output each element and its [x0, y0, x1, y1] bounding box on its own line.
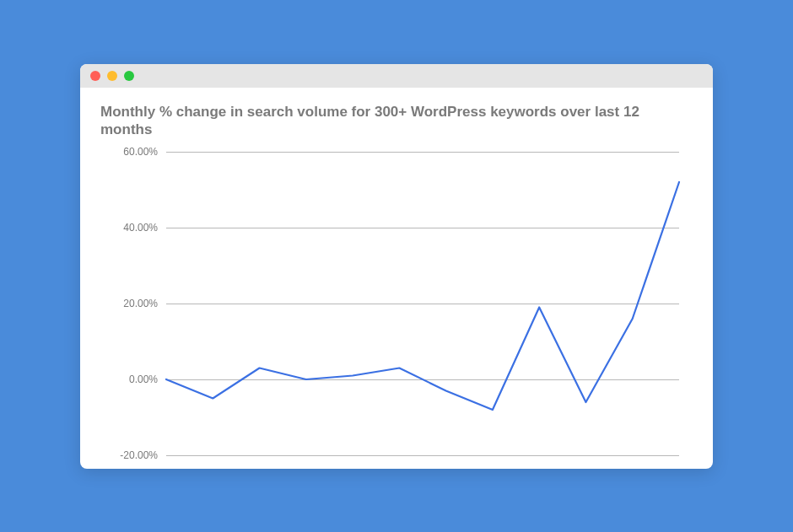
close-icon[interactable]: [90, 71, 100, 81]
chart-series-line: [166, 182, 679, 410]
window-content: Monthly % change in search volume for 30…: [80, 88, 713, 469]
window-titlebar: [80, 64, 713, 88]
y-tick-label: 60.00%: [123, 147, 158, 158]
y-tick-label: 20.00%: [123, 298, 158, 309]
app-window: Monthly % change in search volume for 30…: [80, 64, 713, 469]
y-tick-label: 40.00%: [123, 222, 158, 234]
zoom-icon[interactable]: [124, 71, 134, 81]
chart-area: -20.00%0.00%20.00%40.00%60.00%: [100, 147, 693, 467]
minimize-icon[interactable]: [107, 71, 117, 81]
chart-title: Monthly % change in search volume for 30…: [100, 103, 640, 139]
line-chart: -20.00%0.00%20.00%40.00%60.00%: [100, 147, 691, 467]
y-tick-label: -20.00%: [120, 449, 158, 461]
y-tick-label: 0.00%: [129, 373, 158, 385]
